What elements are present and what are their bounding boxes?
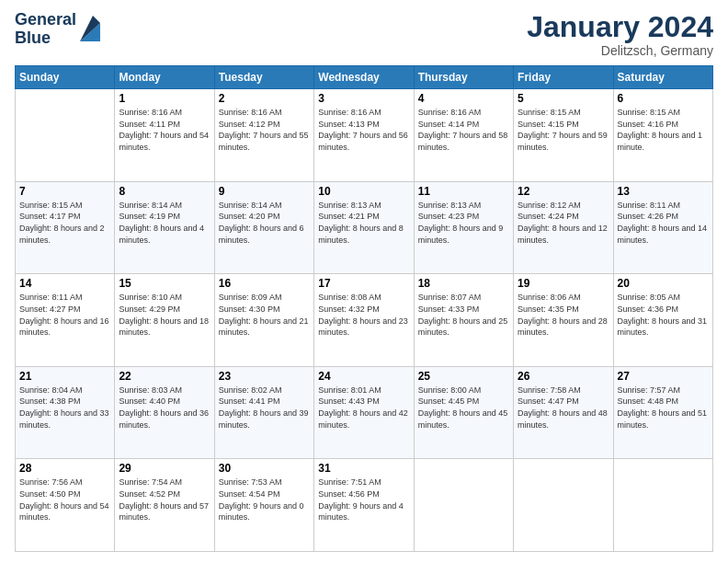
day-info: Sunrise: 7:51 AM Sunset: 4:56 PM Dayligh…	[318, 477, 409, 523]
sunrise-text: Sunrise: 8:11 AM	[19, 292, 110, 304]
table-row	[16, 89, 115, 182]
day-info: Sunrise: 8:05 AM Sunset: 4:36 PM Dayligh…	[618, 292, 709, 338]
day-number: 27	[618, 370, 709, 383]
daylight-text: Daylight: 7 hours and 55 minutes.	[219, 130, 310, 153]
day-info: Sunrise: 8:16 AM Sunset: 4:12 PM Dayligh…	[219, 107, 310, 153]
day-number: 30	[219, 462, 310, 475]
daylight-text: Daylight: 8 hours and 39 minutes.	[219, 408, 310, 431]
day-number: 7	[19, 185, 110, 198]
table-row: 12 Sunrise: 8:12 AM Sunset: 4:24 PM Dayl…	[514, 181, 613, 274]
day-info: Sunrise: 8:06 AM Sunset: 4:35 PM Dayligh…	[518, 292, 609, 338]
col-saturday: Saturday	[613, 66, 712, 89]
day-number: 22	[119, 370, 210, 383]
daylight-text: Daylight: 8 hours and 16 minutes.	[19, 316, 110, 339]
day-number: 3	[318, 92, 409, 105]
sunset-text: Sunset: 4:54 PM	[219, 488, 310, 500]
day-number: 11	[418, 185, 509, 198]
sunset-text: Sunset: 4:43 PM	[318, 396, 409, 408]
day-number: 26	[518, 370, 609, 383]
day-info: Sunrise: 8:15 AM Sunset: 4:17 PM Dayligh…	[19, 200, 110, 246]
sunset-text: Sunset: 4:48 PM	[618, 396, 709, 408]
table-row: 5 Sunrise: 8:15 AM Sunset: 4:15 PM Dayli…	[514, 89, 613, 182]
table-row: 27 Sunrise: 7:57 AM Sunset: 4:48 PM Dayl…	[613, 366, 712, 459]
sunrise-text: Sunrise: 8:16 AM	[418, 107, 509, 119]
day-info: Sunrise: 8:13 AM Sunset: 4:21 PM Dayligh…	[318, 200, 409, 246]
table-row: 23 Sunrise: 8:02 AM Sunset: 4:41 PM Dayl…	[214, 366, 313, 459]
sunrise-text: Sunrise: 8:08 AM	[318, 292, 409, 304]
day-number: 6	[618, 92, 709, 105]
day-number: 17	[318, 277, 409, 290]
daylight-text: Daylight: 8 hours and 9 minutes.	[418, 223, 509, 246]
sunrise-text: Sunrise: 8:15 AM	[518, 107, 609, 119]
sunset-text: Sunset: 4:17 PM	[19, 211, 110, 223]
calendar-week-row: 1 Sunrise: 8:16 AM Sunset: 4:11 PM Dayli…	[16, 89, 713, 182]
table-row: 29 Sunrise: 7:54 AM Sunset: 4:52 PM Dayl…	[115, 459, 214, 552]
sunrise-text: Sunrise: 8:16 AM	[119, 107, 210, 119]
day-info: Sunrise: 7:56 AM Sunset: 4:50 PM Dayligh…	[19, 477, 110, 523]
table-row	[514, 459, 613, 552]
sunset-text: Sunset: 4:30 PM	[219, 304, 310, 316]
day-number: 8	[119, 185, 210, 198]
daylight-text: Daylight: 9 hours and 0 minutes.	[219, 500, 310, 523]
sunrise-text: Sunrise: 8:14 AM	[119, 200, 210, 212]
day-number: 14	[19, 277, 110, 290]
calendar-table: Sunday Monday Tuesday Wednesday Thursday…	[15, 65, 713, 552]
day-number: 13	[618, 185, 709, 198]
logo: GeneralBlue	[15, 11, 100, 48]
table-row: 31 Sunrise: 7:51 AM Sunset: 4:56 PM Dayl…	[314, 459, 414, 552]
sunset-text: Sunset: 4:56 PM	[318, 488, 409, 500]
table-row: 11 Sunrise: 8:13 AM Sunset: 4:23 PM Dayl…	[414, 181, 513, 274]
page: GeneralBlue January 2024 Delitzsch, Germ…	[0, 0, 728, 563]
table-row: 30 Sunrise: 7:53 AM Sunset: 4:54 PM Dayl…	[214, 459, 313, 552]
sunset-text: Sunset: 4:47 PM	[518, 396, 609, 408]
sunrise-text: Sunrise: 8:09 AM	[219, 292, 310, 304]
table-row: 2 Sunrise: 8:16 AM Sunset: 4:12 PM Dayli…	[214, 89, 313, 182]
daylight-text: Daylight: 8 hours and 23 minutes.	[318, 316, 409, 339]
daylight-text: Daylight: 8 hours and 14 minutes.	[618, 223, 709, 246]
daylight-text: Daylight: 8 hours and 48 minutes.	[518, 408, 609, 431]
day-info: Sunrise: 8:08 AM Sunset: 4:32 PM Dayligh…	[318, 292, 409, 338]
sunrise-text: Sunrise: 8:16 AM	[219, 107, 310, 119]
sunrise-text: Sunrise: 8:03 AM	[119, 385, 210, 396]
sunset-text: Sunset: 4:29 PM	[119, 304, 210, 316]
logo-text-block: GeneralBlue	[15, 11, 100, 48]
day-number: 31	[318, 462, 409, 475]
table-row: 3 Sunrise: 8:16 AM Sunset: 4:13 PM Dayli…	[314, 89, 414, 182]
table-row: 6 Sunrise: 8:15 AM Sunset: 4:16 PM Dayli…	[613, 89, 712, 182]
table-row: 28 Sunrise: 7:56 AM Sunset: 4:50 PM Dayl…	[16, 459, 115, 552]
day-number: 25	[418, 370, 509, 383]
daylight-text: Daylight: 8 hours and 18 minutes.	[119, 316, 210, 339]
col-sunday: Sunday	[16, 66, 115, 89]
daylight-text: Daylight: 8 hours and 8 minutes.	[318, 223, 409, 246]
sunset-text: Sunset: 4:33 PM	[418, 304, 509, 316]
daylight-text: Daylight: 8 hours and 42 minutes.	[318, 408, 409, 431]
daylight-text: Daylight: 8 hours and 2 minutes.	[19, 223, 110, 246]
sunset-text: Sunset: 4:40 PM	[119, 396, 210, 408]
sunrise-text: Sunrise: 8:04 AM	[19, 385, 110, 396]
day-info: Sunrise: 8:16 AM Sunset: 4:14 PM Dayligh…	[418, 107, 509, 153]
day-number: 9	[219, 185, 310, 198]
day-info: Sunrise: 7:54 AM Sunset: 4:52 PM Dayligh…	[119, 477, 210, 523]
daylight-text: Daylight: 8 hours and 25 minutes.	[418, 316, 509, 339]
sunset-text: Sunset: 4:19 PM	[119, 211, 210, 223]
sunrise-text: Sunrise: 7:53 AM	[219, 477, 310, 488]
daylight-text: Daylight: 7 hours and 56 minutes.	[318, 130, 409, 153]
calendar-week-row: 28 Sunrise: 7:56 AM Sunset: 4:50 PM Dayl…	[16, 459, 713, 552]
sunrise-text: Sunrise: 8:11 AM	[618, 200, 709, 212]
sunrise-text: Sunrise: 8:07 AM	[418, 292, 509, 304]
sunset-text: Sunset: 4:26 PM	[618, 211, 709, 223]
daylight-text: Daylight: 8 hours and 45 minutes.	[418, 408, 509, 431]
day-number: 24	[318, 370, 409, 383]
table-row: 24 Sunrise: 8:01 AM Sunset: 4:43 PM Dayl…	[314, 366, 414, 459]
day-number: 1	[119, 92, 210, 105]
sunset-text: Sunset: 4:21 PM	[318, 211, 409, 223]
sunrise-text: Sunrise: 8:10 AM	[119, 292, 210, 304]
day-number: 2	[219, 92, 310, 105]
sunset-text: Sunset: 4:50 PM	[19, 488, 110, 500]
day-number: 15	[119, 277, 210, 290]
day-info: Sunrise: 8:04 AM Sunset: 4:38 PM Dayligh…	[19, 385, 110, 431]
table-row: 18 Sunrise: 8:07 AM Sunset: 4:33 PM Dayl…	[414, 274, 513, 367]
sunrise-text: Sunrise: 7:51 AM	[318, 477, 409, 488]
sunset-text: Sunset: 4:41 PM	[219, 396, 310, 408]
daylight-text: Daylight: 8 hours and 36 minutes.	[119, 408, 210, 431]
